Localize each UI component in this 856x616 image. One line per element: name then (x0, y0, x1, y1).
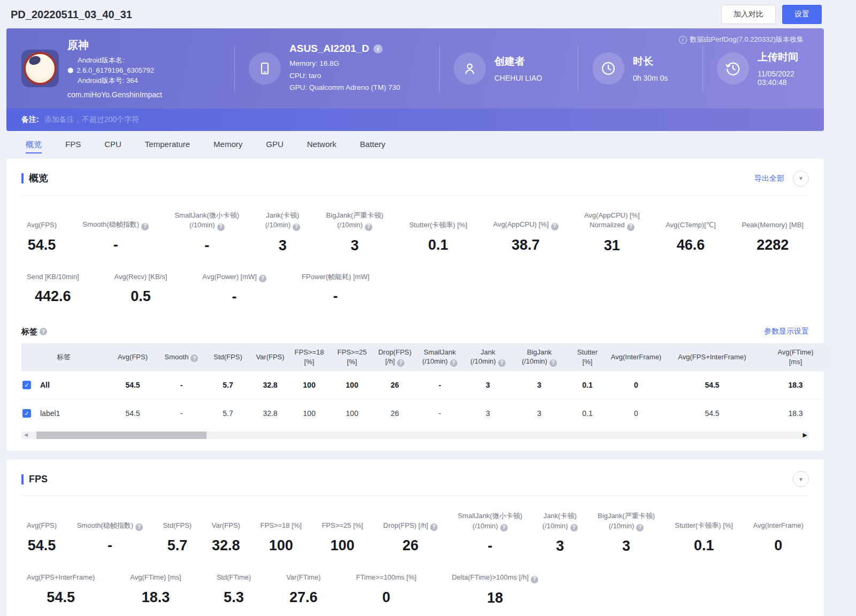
tab-Temperature[interactable]: Temperature (145, 140, 190, 153)
column-header: FPS>=18[%] (288, 343, 331, 371)
topbar-actions: 加入对比 设置 (721, 5, 822, 24)
clock-icon (592, 52, 624, 84)
table-cell: 3 (513, 399, 566, 428)
help-icon[interactable]: ? (135, 523, 143, 531)
info-icon: i (679, 36, 687, 44)
collapse-button[interactable]: ▼ (793, 471, 809, 487)
metric-value: - (302, 288, 369, 305)
column-header: Stutter[%] (566, 343, 609, 371)
device-cpu: CPU: taro (289, 70, 400, 82)
metric: Avg(CTemp)[℃]46.6 (660, 211, 721, 254)
metric-value: - (202, 289, 266, 305)
duration-block: 时长 0h 30m 0s (592, 52, 689, 84)
metric-label: Avg(Recv) [KB/s] (114, 272, 167, 282)
metric-value: - (458, 538, 523, 555)
metric-value: 54.5 (27, 589, 95, 606)
help-icon[interactable]: ? (627, 224, 635, 231)
metric-label: Jank(卡顿)(/10min)? (542, 511, 578, 532)
help-icon[interactable]: ? (570, 524, 578, 532)
table-cell: 100 (288, 399, 331, 428)
metric-label: Stutter(卡顿率) [%] (675, 511, 733, 531)
metric-value: 18.3 (130, 589, 181, 606)
metric-label: SmallJank(微小卡顿)(/10min)? (174, 211, 239, 231)
collapse-button[interactable]: ▼ (793, 171, 809, 187)
help-icon[interactable]: ? (549, 359, 557, 367)
metric-value: - (77, 537, 143, 554)
scroll-left-icon[interactable]: ◀ (24, 432, 28, 437)
table-cell: 0 (609, 399, 663, 428)
table-cell: - (416, 371, 463, 399)
row-checkbox[interactable]: ✓ (22, 381, 31, 389)
help-icon[interactable]: ? (141, 223, 149, 230)
metric-label: Avg(AppCPU) [%]? (493, 211, 559, 230)
help-icon[interactable]: ? (190, 355, 198, 362)
metric-label: FPS>=25 [%] (322, 511, 363, 531)
metric-value: 32.8 (212, 537, 240, 554)
android-icon: ⬢ (67, 66, 73, 76)
metric: Avg(AppCPU) [%]Normalized?31 (579, 211, 645, 254)
tab-CPU[interactable]: CPU (104, 140, 121, 153)
app-version-name-label: Android版本名: (78, 56, 162, 66)
metric: Var(FPS)32.8 (207, 511, 246, 555)
tab-GPU[interactable]: GPU (266, 140, 284, 153)
tab-Battery[interactable]: Battery (360, 140, 386, 153)
tab-FPS[interactable]: FPS (65, 140, 81, 153)
metric: Send [KB/10min]442.6 (21, 272, 85, 305)
device-block: ASUS_AI2201_D i Memory: 16.8G CPU: taro … (249, 43, 425, 94)
upload-block: 上传时间 11/05/2022 03:40:48 (717, 50, 809, 87)
overview-title: 概览 (21, 173, 48, 183)
help-icon[interactable]: ? (498, 359, 506, 367)
scrollbar-thumb[interactable] (36, 432, 207, 439)
metric-label: Avg(CTemp)[℃] (666, 211, 716, 230)
column-header: Jank(/10min)? (463, 343, 513, 371)
banner-main: i 数据由PerfDog(7.0.220332)版本收集 原神 Android版… (6, 28, 824, 109)
tab-概览[interactable]: 概览 (26, 140, 42, 153)
table-cell: 18.3 (761, 371, 830, 399)
horizontal-scrollbar[interactable]: ◀ ▶ (21, 432, 809, 439)
app-block: 原神 Android版本名: ⬢ 2.6.0_6179196_6305792 A… (21, 38, 220, 99)
help-icon[interactable]: ? (397, 359, 404, 367)
upload-value: 11/05/2022 03:40:48 (758, 70, 809, 87)
metric-label: Peak(Memory) [MB] (742, 211, 804, 230)
tab-Memory[interactable]: Memory (213, 140, 242, 153)
creator-block: 创建者 CHEHUI LIAO (454, 52, 564, 84)
help-icon[interactable]: ? (551, 223, 559, 230)
help-icon[interactable]: ? (293, 224, 300, 231)
column-header: Avg(FPS+InterFrame) (663, 343, 761, 371)
metric: Avg(FTime) [ms]18.3 (125, 573, 186, 606)
help-icon[interactable]: ? (531, 576, 538, 583)
note-input[interactable]: 备注: 添加备注，不超过200个字符 (6, 109, 824, 131)
device-name: ASUS_AI2201_D (289, 43, 369, 55)
device-info-icon[interactable]: i (373, 44, 383, 53)
metric-value: 0 (753, 537, 804, 554)
metric-value: - (174, 237, 239, 254)
tab-Network[interactable]: Network (307, 140, 337, 153)
fps-stats-row-1: Avg(FPS)54.5Smooth(稳帧指数)?-Std(FPS)5.7Var… (21, 511, 809, 555)
metric: FTime>=100ms [%]0 (350, 573, 422, 606)
help-icon[interactable]: ? (450, 359, 457, 367)
help-icon[interactable]: ? (430, 523, 438, 531)
help-icon[interactable]: ? (40, 328, 47, 335)
help-icon[interactable]: ? (217, 224, 225, 231)
help-icon[interactable]: ? (365, 224, 372, 231)
metric: Stutter(卡顿率) [%]0.1 (404, 211, 472, 254)
column-header: 标签 (21, 343, 106, 371)
metric-value: 2282 (742, 237, 804, 253)
section-tabs: 概览FPSCPUTemperatureMemoryGPUNetworkBatte… (6, 131, 824, 159)
metric: Avg(FPS+InterFrame)54.5 (21, 573, 100, 606)
metric-value: 0.1 (675, 537, 733, 554)
settings-button[interactable]: 设置 (782, 5, 822, 24)
export-all-link[interactable]: 导出全部 (754, 174, 784, 183)
row-checkbox[interactable]: ✓ (22, 409, 31, 418)
metric: Avg(Recv) [KB/s]0.5 (109, 272, 173, 305)
help-icon[interactable]: ? (636, 524, 644, 532)
help-icon[interactable]: ? (259, 275, 266, 282)
table-header-row: 标签Avg(FPS)Smooth?Std(FPS)Var(FPS)FPS>=18… (21, 343, 830, 371)
param-display-settings-link[interactable]: 参数显示设置 (764, 327, 809, 336)
add-to-compare-button[interactable]: 加入对比 (721, 5, 776, 24)
table-cell: 3 (463, 371, 513, 399)
metric-label: Smooth(稳帧指数)? (83, 211, 149, 230)
column-header: Var(FPS) (253, 343, 288, 371)
scroll-right-icon[interactable]: ▶ (803, 432, 807, 438)
help-icon[interactable]: ? (500, 524, 508, 532)
